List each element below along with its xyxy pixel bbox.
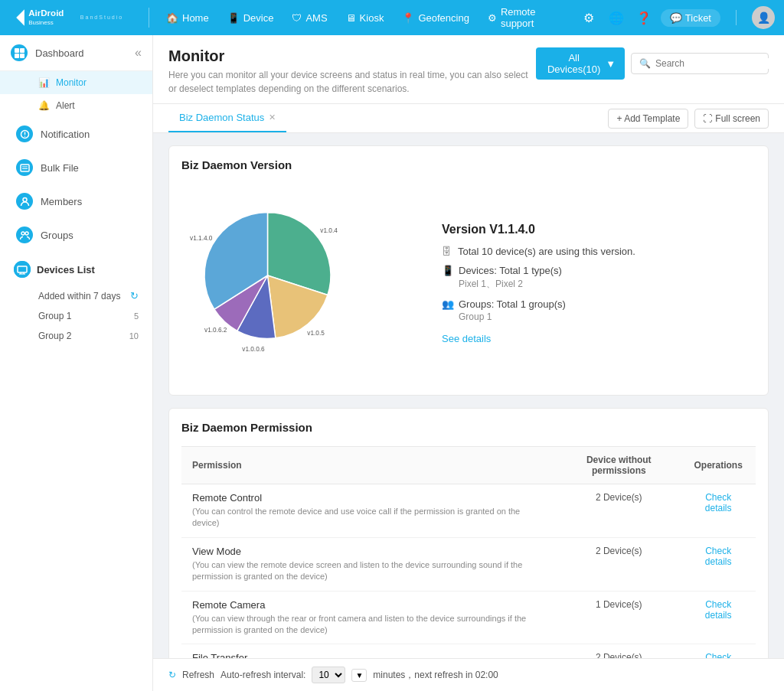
- footer-bar: ↻ Refresh Auto-refresh interval: 10 ▼ mi…: [153, 658, 784, 691]
- check-details-link-0[interactable]: Check details: [705, 492, 732, 513]
- help-icon[interactable]: ❓: [633, 7, 655, 28]
- see-details-link[interactable]: See details: [442, 333, 491, 344]
- svg-point-10: [24, 135, 24, 136]
- pie-label-1: v1.0.5: [307, 330, 325, 337]
- devices-list-title[interactable]: Devices List: [14, 261, 139, 278]
- main-header-left: Monitor Here you can monitor all your de…: [168, 47, 536, 96]
- sidebar: Dashboard « 📊 Monitor 🔔 Alert Notificati…: [0, 35, 153, 691]
- nav-device[interactable]: 📱 Device: [220, 8, 282, 28]
- svg-rect-4: [15, 48, 19, 53]
- pie-label-4: v1.1.4.0: [190, 235, 213, 242]
- perm-desc-0: (You can control the remote device and u…: [192, 506, 546, 530]
- groups-icon: [16, 227, 33, 243]
- check-details-link-1[interactable]: Check details: [705, 546, 732, 567]
- members-icon: [16, 193, 33, 210]
- check-details-link-2[interactable]: Check details: [705, 599, 732, 621]
- sidebar-item-members[interactable]: Members: [0, 184, 152, 218]
- svg-marker-0: [16, 9, 24, 25]
- user-avatar[interactable]: 👤: [752, 6, 775, 29]
- device-icon: 📱: [227, 12, 240, 24]
- layout: Dashboard « 📊 Monitor 🔔 Alert Notificati…: [0, 35, 784, 691]
- dashboard-label: Dashboard: [35, 47, 84, 59]
- tab-biz-daemon-status[interactable]: Biz Daemon Status ✕: [168, 104, 286, 132]
- perm-desc-1: (You can view the remote device screen a…: [192, 559, 546, 583]
- col-operations: Operations: [681, 447, 756, 484]
- page-description: Here you can monitor all your device scr…: [168, 68, 536, 96]
- ticket-icon: 💬: [670, 12, 682, 24]
- settings-icon[interactable]: ⚙: [578, 7, 599, 28]
- pie-chart-container: v1.0.4v1.0.5v1.0.0.6v1.0.6.2v1.1.4.0: [181, 184, 426, 383]
- sidebar-item-monitor[interactable]: 📊 Monitor: [0, 71, 152, 94]
- mobile-icon: 📱: [442, 265, 454, 276]
- nav-kiosk[interactable]: 🖥 Kiosk: [338, 8, 392, 28]
- logo[interactable]: AirDroid Business B a n d S t u d i o: [9, 5, 124, 30]
- svg-text:B a n d  S t u d i o: B a n d S t u d i o: [80, 15, 122, 21]
- devices-list-icon: [14, 261, 31, 278]
- full-screen-button[interactable]: ⛶ Full screen: [694, 109, 769, 129]
- svg-text:Business: Business: [28, 19, 53, 26]
- groups-detail-icon: 👥: [442, 298, 454, 310]
- pie-label-2: v1.0.0.6: [242, 346, 265, 353]
- col-permission: Permission: [181, 447, 557, 484]
- content-area: Biz Daemon Version v1.0.4v1.0.5v1.0.0.6v…: [153, 133, 784, 658]
- perm-name-0: Remote Control: [192, 492, 546, 504]
- sidebar-item-bulk-file[interactable]: Bulk File: [0, 151, 152, 184]
- dropdown-chevron-icon: ▼: [606, 58, 616, 70]
- kiosk-icon: 🖥: [346, 12, 356, 24]
- nav-home[interactable]: 🏠 Home: [158, 8, 217, 28]
- nav-divider: [149, 8, 149, 28]
- table-row: View Mode (You can view the remote devic…: [181, 537, 756, 591]
- biz-daemon-version-title: Biz Daemon Version: [181, 158, 756, 171]
- svg-point-14: [23, 197, 27, 201]
- biz-daemon-permission-card: Biz Daemon Permission Permission Device …: [168, 408, 769, 658]
- search-input[interactable]: [655, 58, 770, 69]
- nav-ams[interactable]: 🛡 AMS: [284, 8, 335, 28]
- biz-daemon-permission-title: Biz Daemon Permission: [181, 421, 756, 434]
- devices-list-item-group2[interactable]: Group 2 10: [0, 326, 152, 346]
- devices-list-item-recent[interactable]: Added within 7 days ↻: [0, 285, 152, 306]
- groups-detail: Group 1: [442, 311, 566, 322]
- remote-support-icon: ⚙: [488, 12, 497, 24]
- svg-rect-5: [20, 48, 24, 53]
- globe-icon[interactable]: 🌐: [606, 7, 627, 28]
- svg-point-16: [25, 232, 28, 235]
- nav-geofencing[interactable]: 📍 Geofencing: [394, 8, 477, 28]
- sidebar-item-notification[interactable]: Notification: [0, 117, 152, 151]
- nav-remote-support[interactable]: ⚙ Remote support: [480, 2, 578, 34]
- minutes-label: minutes，next refresh in 02:00: [373, 669, 498, 682]
- ticket-button[interactable]: 💬 Ticket: [661, 9, 720, 27]
- bulk-file-icon: [16, 159, 33, 176]
- sidebar-item-alert[interactable]: 🔔 Alert: [0, 94, 152, 117]
- pie-chart: v1.0.4v1.0.5v1.0.0.6v1.0.6.2v1.1.4.0: [181, 184, 365, 367]
- add-template-button[interactable]: + Add Template: [608, 109, 688, 129]
- tabs-bar: Biz Daemon Status ✕ + Add Template ⛶ Ful…: [153, 104, 784, 133]
- sidebar-collapse-button[interactable]: «: [135, 46, 142, 60]
- notification-icon: [16, 125, 33, 142]
- sidebar-item-dashboard[interactable]: Dashboard: [11, 44, 84, 61]
- search-icon: 🔍: [639, 58, 651, 69]
- check-details-link-3[interactable]: Check details: [705, 652, 732, 658]
- dashboard-icon: [11, 44, 28, 61]
- monitor-icon: 📊: [38, 77, 50, 88]
- devices-without-1: 2 Device(s): [557, 537, 681, 591]
- table-row: Remote Control (You can control the remo…: [181, 484, 756, 538]
- perm-name-2: Remote Camera: [192, 599, 546, 611]
- svg-rect-6: [15, 54, 19, 58]
- geofencing-icon: 📍: [402, 12, 414, 24]
- refresh-label: Refresh: [182, 670, 214, 680]
- svg-rect-11: [21, 165, 29, 171]
- tab-actions: + Add Template ⛶ Full screen: [608, 109, 769, 129]
- devices-without-0: 2 Device(s): [557, 484, 681, 538]
- sidebar-header: Dashboard «: [0, 35, 152, 71]
- refresh-icon[interactable]: ↻: [130, 290, 139, 301]
- devices-dropdown[interactable]: All Devices(10) ▼: [536, 47, 625, 80]
- interval-down-button[interactable]: ▼: [351, 669, 367, 682]
- tab-close-icon[interactable]: ✕: [269, 112, 276, 122]
- devices-list-item-group1[interactable]: Group 1 5: [0, 306, 152, 326]
- refresh-button[interactable]: ↻: [168, 670, 176, 680]
- svg-point-15: [21, 232, 24, 235]
- svg-rect-7: [20, 54, 24, 58]
- interval-select[interactable]: 10: [312, 667, 345, 683]
- devices-list-items: Added within 7 days ↻ Group 1 5 Group 2 …: [0, 282, 152, 349]
- sidebar-item-groups[interactable]: Groups: [0, 218, 152, 252]
